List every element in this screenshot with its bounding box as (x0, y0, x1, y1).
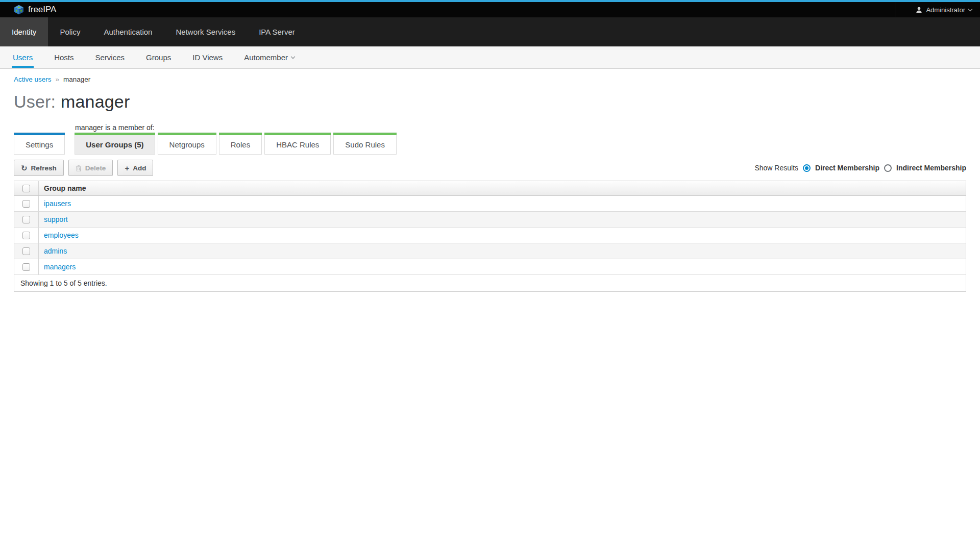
subnav-item-services[interactable]: Services (95, 46, 125, 68)
table-row: admins (14, 243, 966, 259)
row-checkbox[interactable] (22, 247, 30, 255)
refresh-button-label: Refresh (31, 164, 57, 172)
row-checkbox-cell (14, 212, 39, 227)
subnav-item-label: ID Views (192, 53, 223, 62)
membership-filter: Show Results Direct Membership Indirect … (754, 164, 966, 172)
row-checkbox-cell (14, 228, 39, 243)
row-checkbox[interactable] (22, 263, 30, 271)
subnav-item-label: Services (95, 53, 125, 62)
subnav-item-users[interactable]: Users (13, 46, 33, 68)
group-link-ipausers[interactable]: ipausers (44, 199, 71, 208)
tab-settings[interactable]: Settings (14, 133, 65, 155)
row-checkbox[interactable] (22, 200, 30, 208)
table-summary: Showing 1 to 5 of 5 entries. (14, 275, 966, 291)
row-checkbox-cell (14, 259, 39, 274)
indirect-membership-radio[interactable] (884, 164, 892, 172)
brand-name: freeIPA (28, 5, 56, 15)
group-link-admins[interactable]: admins (44, 247, 67, 255)
brand-logo[interactable]: freeIPA (14, 5, 56, 15)
subnav-item-groups[interactable]: Groups (146, 46, 171, 68)
direct-membership-label[interactable]: Direct Membership (815, 164, 879, 172)
refresh-button[interactable]: ↻ Refresh (14, 160, 64, 176)
tab-netgroups[interactable]: Netgroups (158, 133, 216, 155)
subnav-item-label: Hosts (54, 53, 74, 62)
subnav-item-label: Users (13, 53, 33, 62)
table-row: support (14, 212, 966, 228)
breadcrumb-link-active-users[interactable]: Active users (14, 76, 52, 83)
breadcrumb-current: manager (63, 76, 90, 83)
page-title: User: manager (14, 92, 966, 112)
row-checkbox[interactable] (22, 232, 30, 239)
freeipa-cube-icon (14, 5, 24, 15)
subnav-item-hosts[interactable]: Hosts (54, 46, 74, 68)
breadcrumb-separator: » (56, 76, 60, 83)
user-menu[interactable]: Administrator (895, 2, 980, 17)
nav-item-ipa-server[interactable]: IPA Server (247, 17, 307, 46)
tab-roles[interactable]: Roles (219, 133, 262, 155)
show-results-label: Show Results (754, 164, 798, 172)
group-link-support[interactable]: support (44, 215, 68, 223)
nav-item-authentication[interactable]: Authentication (92, 17, 164, 46)
refresh-icon: ↻ (21, 164, 28, 172)
subnav-item-label: Groups (146, 53, 171, 62)
page-title-prefix: User: (14, 92, 56, 111)
subnav-item-id-views[interactable]: ID Views (192, 46, 223, 68)
facet-tabs: Settings User Groups (5) Netgroups Roles… (14, 133, 966, 155)
facet-toolbar: ↻ Refresh Delete + Add (14, 160, 966, 176)
user-name: Administrator (926, 6, 965, 14)
table-row: employees (14, 228, 966, 243)
subnav-item-automember[interactable]: Automember (244, 46, 295, 68)
nav-item-policy[interactable]: Policy (48, 17, 92, 46)
column-header-group-name: Group name (39, 181, 86, 195)
table-row: ipausers (14, 196, 966, 212)
group-link-employees[interactable]: employees (44, 231, 79, 239)
chevron-down-icon (968, 7, 972, 11)
nav-item-network-services[interactable]: Network Services (164, 17, 247, 46)
tab-hbac-rules[interactable]: HBAC Rules (264, 133, 331, 155)
masthead: freeIPA Administrator (0, 2, 980, 17)
row-checkbox-cell (14, 243, 39, 259)
group-table: Group name ipausers support employees ad (14, 181, 966, 292)
indirect-membership-label[interactable]: Indirect Membership (896, 164, 966, 172)
page-title-name: manager (61, 92, 130, 111)
add-button[interactable]: + Add (117, 160, 153, 176)
delete-button-label: Delete (85, 164, 106, 172)
user-icon (916, 7, 922, 13)
subnav-item-label: Automember (244, 53, 288, 62)
select-all-checkbox[interactable] (22, 185, 30, 192)
plus-icon: + (125, 164, 129, 172)
tab-sudo-rules[interactable]: Sudo Rules (333, 133, 397, 155)
sub-nav: Users Hosts Services Groups ID Views Aut… (0, 46, 980, 69)
member-of-label: manager is a member of: (75, 123, 966, 132)
user-facet: manager is a member of: Settings User Gr… (14, 123, 966, 292)
toolbar-buttons: ↻ Refresh Delete + Add (14, 160, 153, 176)
row-checkbox-cell (14, 196, 39, 211)
main-nav: Identity Policy Authentication Network S… (0, 17, 980, 46)
table-header-row: Group name (14, 181, 966, 196)
table-row: managers (14, 259, 966, 275)
add-button-label: Add (133, 164, 146, 172)
chevron-down-icon (291, 55, 295, 59)
nav-item-identity[interactable]: Identity (0, 17, 48, 46)
select-all-cell (14, 181, 39, 195)
row-checkbox[interactable] (22, 216, 30, 223)
tab-user-groups[interactable]: User Groups (5) (75, 133, 155, 155)
direct-membership-radio[interactable] (803, 164, 811, 172)
delete-button[interactable]: Delete (68, 160, 113, 176)
group-link-managers[interactable]: managers (44, 263, 76, 271)
trash-icon (76, 165, 82, 171)
breadcrumb: Active users » manager (14, 76, 966, 83)
